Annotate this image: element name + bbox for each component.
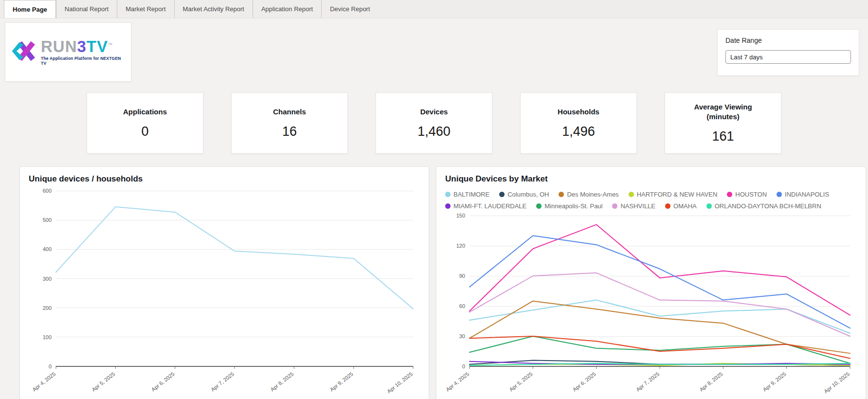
svg-text:Apr 8, 2025: Apr 8, 2025 (269, 371, 294, 392)
svg-text:120: 120 (456, 243, 465, 249)
tab-national-report[interactable]: National Report (56, 0, 117, 18)
tab-market-report[interactable]: Market Report (117, 0, 174, 18)
legend-label: INDIANAPOLIS (785, 191, 829, 198)
tab-application-report[interactable]: Application Report (253, 0, 321, 18)
kpi-card-average-viewing: Average Viewing (minutes) 161 (665, 92, 781, 154)
kpi-title: Households (558, 107, 599, 117)
svg-text:60: 60 (459, 303, 465, 309)
unique-devices-by-market-panel: Unique Devices by Market BALTIMOREColumb… (436, 166, 866, 399)
svg-text:Apr 9, 2025: Apr 9, 2025 (329, 371, 354, 392)
legend-item[interactable]: BALTIMORE (445, 191, 489, 198)
legend-item[interactable]: Columbus, OH (499, 191, 549, 198)
legend-label: NASHVILLE (620, 202, 655, 210)
kpi-value: 1,496 (562, 124, 595, 139)
svg-text:Apr 7, 2025: Apr 7, 2025 (210, 371, 235, 392)
legend-label: ORLANDO-DAYTONA BCH-MELBRN (715, 202, 821, 210)
legend-label: Minneapolis-St. Paul (544, 202, 602, 210)
kpi-title: Channels (273, 107, 306, 117)
logo-card: RUN3TV™ The Application Platform for NEX… (5, 22, 131, 82)
legend-dot (612, 203, 617, 209)
brand-trademark: ™ (108, 42, 113, 47)
chart-title-devices-by-market: Unique Devices by Market (445, 174, 858, 184)
brand-tv: TV (87, 37, 108, 55)
kpi-title: Average Viewing (minutes) (679, 102, 767, 121)
svg-text:Apr 10, 2025: Apr 10, 2025 (823, 371, 850, 394)
svg-text:Apr 9, 2025: Apr 9, 2025 (762, 371, 787, 392)
kpi-title: Applications (123, 107, 167, 117)
date-range-label: Date Range (725, 36, 851, 44)
legend-label: OMAHA (673, 202, 697, 210)
kpi-card-households: Households 1,496 (520, 92, 637, 154)
legend-dot (777, 192, 782, 197)
legend-item[interactable]: NASHVILLE (612, 202, 655, 210)
market-legend: BALTIMOREColumbus, OHDes Moines-AmesHART… (445, 191, 858, 210)
svg-text:0: 0 (49, 363, 52, 369)
charts-row: Unique devices / households 010020030040… (0, 166, 868, 399)
kpi-title: Devices (420, 107, 448, 117)
svg-text:100: 100 (43, 334, 52, 340)
brand-tagline: The Application Platform for NEXTGEN TV (41, 56, 126, 66)
svg-text:90: 90 (459, 273, 465, 279)
legend-dot (706, 203, 712, 209)
legend-item[interactable]: Minneapolis-St. Paul (536, 202, 602, 210)
legend-dot (665, 203, 670, 209)
svg-text:Apr 10, 2025: Apr 10, 2025 (386, 371, 414, 394)
kpi-card-devices: Devices 1,460 (376, 92, 492, 154)
kpi-value: 1,460 (417, 124, 451, 139)
legend-dot (445, 203, 451, 209)
legend-dot (536, 203, 542, 209)
svg-text:400: 400 (43, 246, 52, 252)
date-range-input[interactable] (725, 50, 851, 64)
kpi-value: 0 (141, 124, 148, 139)
legend-item[interactable]: OMAHA (665, 202, 697, 210)
legend-label: BALTIMORE (453, 191, 489, 198)
tab-home-page[interactable]: Home Page (4, 0, 56, 18)
legend-dot (559, 192, 564, 197)
brand-three: 3 (77, 37, 87, 55)
brand-block: RUN3TV™ The Application Platform for NEX… (41, 38, 126, 66)
svg-text:Apr 4, 2025: Apr 4, 2025 (445, 371, 470, 392)
legend-label: MIAMI-FT. LAUDERDALE (453, 202, 526, 210)
legend-label: HOUSTON (735, 191, 767, 198)
svg-text:150: 150 (456, 213, 465, 218)
kpi-card-applications: Applications 0 (87, 92, 203, 154)
svg-text:500: 500 (43, 217, 52, 223)
svg-text:Apr 5, 2025: Apr 5, 2025 (90, 371, 116, 392)
legend-dot (629, 192, 634, 197)
date-range-card: Date Range (717, 29, 859, 76)
chart-title-devices-households: Unique devices / households (29, 174, 421, 184)
kpi-value: 16 (282, 124, 297, 139)
kpi-value: 161 (712, 129, 734, 144)
legend-item[interactable]: INDIANAPOLIS (777, 191, 829, 198)
svg-text:Apr 6, 2025: Apr 6, 2025 (150, 371, 176, 392)
legend-item[interactable]: Des Moines-Ames (559, 191, 618, 198)
header-row: RUN3TV™ The Application Platform for NEX… (0, 18, 868, 82)
legend-item[interactable]: HARTFORD & NEW HAVEN (629, 191, 718, 198)
legend-item[interactable]: HOUSTON (727, 191, 767, 198)
report-tabbar: Home Page National Report Market Report … (0, 0, 868, 18)
legend-dot (499, 192, 505, 197)
run3tv-logo-icon (11, 39, 37, 65)
tab-device-report[interactable]: Device Report (321, 0, 378, 18)
devices-households-line-chart: 0100200300400500600Apr 4, 2025Apr 5, 202… (28, 186, 421, 398)
svg-text:30: 30 (459, 333, 465, 339)
brand-run: RUN (41, 37, 77, 55)
kpi-row: Applications 0 Channels 16 Devices 1,460… (0, 92, 868, 154)
legend-item[interactable]: MIAMI-FT. LAUDERDALE (445, 202, 526, 210)
unique-devices-households-panel: Unique devices / households 010020030040… (19, 166, 429, 399)
legend-label: HARTFORD & NEW HAVEN (637, 191, 718, 198)
legend-item[interactable]: ORLANDO-DAYTONA BCH-MELBRN (706, 202, 821, 210)
svg-text:Apr 4, 2025: Apr 4, 2025 (31, 371, 56, 392)
devices-by-market-line-chart: 0306090120150Apr 4, 2025Apr 5, 2025Apr 6… (444, 211, 858, 398)
tab-market-activity-report[interactable]: Market Activity Report (174, 0, 253, 18)
svg-text:0: 0 (462, 363, 465, 369)
svg-text:Apr 8, 2025: Apr 8, 2025 (698, 371, 723, 392)
kpi-card-channels: Channels 16 (231, 92, 348, 154)
svg-text:Apr 6, 2025: Apr 6, 2025 (572, 371, 597, 392)
svg-text:200: 200 (43, 305, 52, 311)
brand-wordmark: RUN3TV™ (41, 38, 126, 54)
legend-label: Des Moines-Ames (567, 191, 618, 198)
legend-dot (445, 192, 451, 197)
legend-dot (727, 192, 732, 197)
svg-text:Apr 7, 2025: Apr 7, 2025 (635, 371, 660, 392)
